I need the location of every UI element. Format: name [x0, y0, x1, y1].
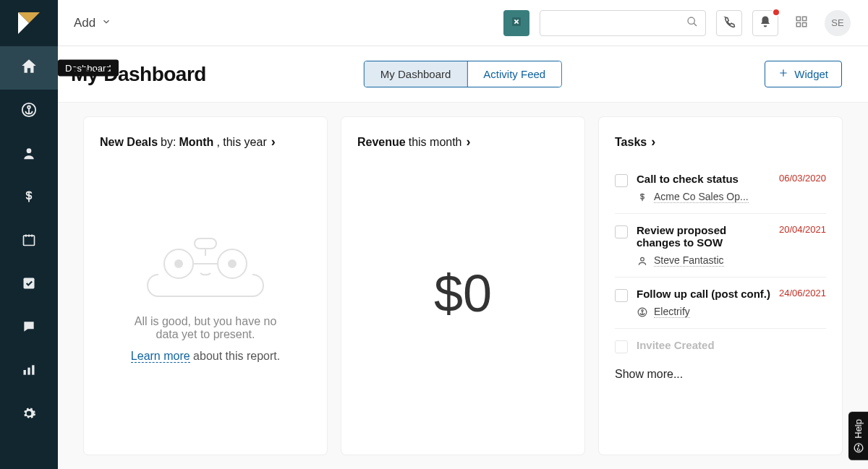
grid-icon	[795, 15, 808, 31]
task-checkbox[interactable]	[615, 174, 628, 187]
nav-settings[interactable]	[0, 393, 58, 436]
page-header: My Dashboard My Dashboard Activity Feed …	[58, 46, 868, 103]
view-tabs: My Dashboard Activity Feed	[364, 61, 562, 87]
close-square-icon	[511, 16, 522, 30]
search-input[interactable]	[548, 17, 686, 29]
svg-rect-14	[796, 22, 800, 26]
plus-icon	[778, 68, 788, 80]
gear-icon	[22, 406, 36, 423]
svg-point-19	[175, 260, 182, 267]
dashboard-content: New Deals by: Month , this year ›	[58, 103, 868, 469]
notification-dot	[772, 8, 780, 17]
empty-text: All is good, but you have no data yet to…	[126, 315, 285, 341]
help-tab[interactable]: Help	[848, 412, 868, 460]
empty-state: All is good, but you have no data yet to…	[100, 150, 311, 437]
nav-leads[interactable]	[0, 90, 58, 133]
task-date: 06/03/2020	[779, 173, 826, 184]
tab-my-dashboard[interactable]: My Dashboard	[365, 61, 467, 87]
avatar-initials: SE	[831, 17, 843, 28]
person-icon	[22, 146, 36, 163]
task-title[interactable]: Follow up call (post conf.)	[637, 288, 770, 300]
svg-rect-18	[195, 238, 216, 249]
checkbox-icon	[22, 276, 36, 293]
svg-rect-13	[803, 17, 807, 20]
task-date: 20/04/2021	[779, 224, 826, 235]
nav-contacts[interactable]	[0, 133, 58, 176]
task-row: Follow up call (post conf.) 24/06/2021 E…	[615, 277, 826, 329]
help-label: Help	[853, 419, 864, 439]
svg-point-11	[688, 17, 694, 24]
tab-activity-feed[interactable]: Activity Feed	[467, 61, 561, 87]
dollar-icon	[637, 192, 648, 203]
task-related[interactable]: Electrify	[637, 306, 826, 318]
nav-dashboard[interactable]: Dashboard	[0, 46, 58, 90]
search-field[interactable]	[540, 10, 706, 36]
close-panel-button[interactable]	[503, 10, 529, 36]
avatar[interactable]: SE	[825, 10, 851, 36]
revenue-value: $0	[357, 150, 569, 437]
task-related[interactable]: Acme Co Sales Op...	[637, 191, 826, 203]
svg-rect-8	[27, 368, 30, 375]
svg-rect-6	[24, 278, 35, 289]
svg-point-20	[229, 260, 236, 267]
notifications-button[interactable]	[752, 10, 778, 36]
person-icon	[637, 255, 648, 267]
tasks-list: Call to check status 06/03/2020 Acme Co …	[615, 163, 826, 363]
chevron-right-icon: ›	[467, 134, 471, 150]
help-icon	[853, 443, 864, 453]
topbar: Add	[58, 0, 868, 46]
nav-deals[interactable]	[0, 176, 58, 220]
binoculars-icon	[144, 224, 267, 306]
apps-button[interactable]	[788, 10, 814, 36]
nav-chat[interactable]	[0, 306, 58, 350]
task-row: Invitee Created	[615, 329, 826, 363]
empty-learn-line: Learn more about this report.	[131, 350, 280, 363]
task-row: Review proposed changes to SOW 20/04/202…	[615, 214, 826, 277]
show-more-link[interactable]: Show more...	[615, 368, 826, 381]
chat-icon	[22, 319, 36, 337]
add-label: Add	[74, 16, 95, 30]
task-date: 24/06/2021	[779, 288, 826, 298]
svg-rect-15	[803, 22, 807, 26]
chevron-down-icon	[101, 16, 111, 30]
nav-tasks[interactable]	[0, 263, 58, 306]
svg-point-25	[858, 446, 859, 447]
task-title[interactable]: Call to check status	[637, 173, 739, 185]
card-tasks-title[interactable]: Tasks ›	[615, 134, 826, 150]
widget-label: Widget	[794, 68, 828, 80]
home-icon	[20, 57, 38, 79]
task-related[interactable]: Steve Fantastic	[637, 254, 826, 267]
dollar-icon	[22, 188, 36, 208]
learn-more-link[interactable]: Learn more	[131, 350, 190, 363]
nav-calendar[interactable]	[0, 220, 58, 263]
svg-rect-9	[32, 365, 34, 374]
calendar-icon	[22, 233, 36, 250]
bell-icon	[759, 15, 772, 31]
card-revenue: Revenue this month › $0	[341, 117, 584, 455]
search-icon	[686, 16, 698, 30]
svg-point-23	[642, 309, 643, 311]
add-button[interactable]: Add	[71, 12, 114, 35]
bar-chart-icon	[22, 363, 36, 380]
svg-point-4	[27, 148, 32, 153]
page-title: My Dashboard	[71, 63, 206, 86]
card-tasks: Tasks › Call to check status 06/03/2020	[599, 117, 842, 455]
sidebar: Dashboard	[0, 0, 58, 469]
task-title[interactable]: Invitee Created	[637, 339, 715, 351]
call-button[interactable]	[716, 10, 742, 36]
task-checkbox[interactable]	[615, 340, 628, 353]
svg-point-3	[27, 106, 30, 109]
app-logo[interactable]	[0, 0, 58, 46]
task-title[interactable]: Review proposed changes to SOW	[637, 224, 772, 249]
card-new-deals: New Deals by: Month , this year ›	[84, 117, 327, 455]
task-checkbox[interactable]	[615, 225, 628, 238]
add-widget-button[interactable]: Widget	[765, 61, 842, 87]
task-checkbox[interactable]	[615, 289, 628, 302]
svg-rect-5	[24, 236, 35, 245]
anchor-icon	[637, 306, 648, 318]
card-revenue-title[interactable]: Revenue this month ›	[357, 134, 569, 150]
svg-rect-7	[24, 370, 26, 375]
nav-reports[interactable]	[0, 350, 58, 393]
main: Add	[58, 0, 868, 469]
card-new-deals-title[interactable]: New Deals by: Month , this year ›	[100, 134, 311, 150]
